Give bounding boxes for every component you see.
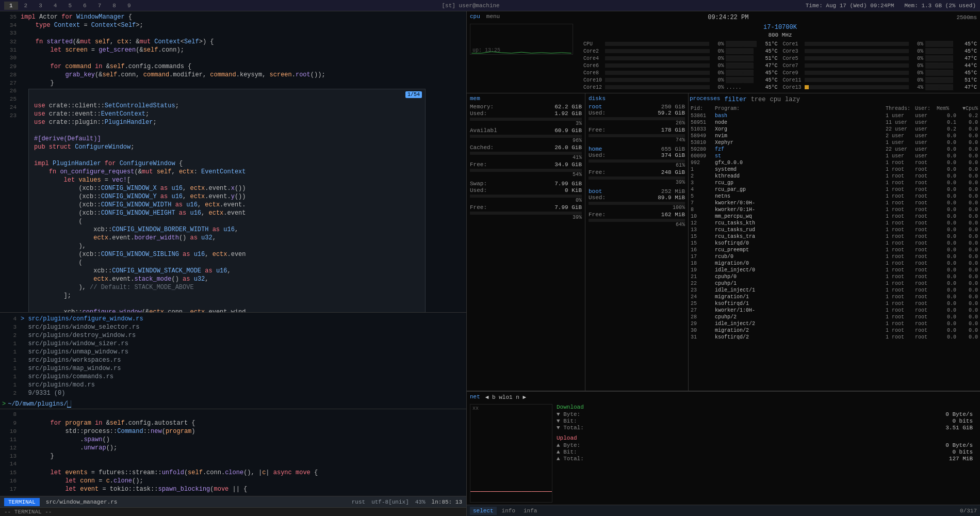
cpu-interval: 2500ms bbox=[956, 14, 977, 21]
proc-row[interactable]: 5 netns 1 root root 0.0 0.0 bbox=[690, 193, 979, 200]
proc-row[interactable]: 21 cpuhp/0 1 root root 0.0 0.0 bbox=[690, 273, 979, 280]
proc-row[interactable]: 25 ksoftirqd/1 1 root root 0.0 0.0 bbox=[690, 300, 979, 307]
proc-filter-tab[interactable]: filter bbox=[724, 96, 746, 103]
tab-4[interactable]: 4 bbox=[48, 2, 62, 10]
proc-row[interactable]: 2 kthreadd 1 root root 0.0 0.0 bbox=[690, 173, 979, 180]
code-line: 15 let events = futures::stream::unfold(… bbox=[0, 469, 466, 477]
core-row-8: Core8 0% ░░░░░░░░░ 45°C bbox=[583, 69, 778, 76]
workspace-tabs[interactable]: 1 2 3 4 5 6 7 8 9 bbox=[4, 2, 136, 10]
proc-row[interactable]: 30 migration/2 1 root root 0.0 0.0 bbox=[690, 327, 979, 334]
proc-row[interactable]: 27 kworker/1:0H- 1 root root 0.0 0.0 bbox=[690, 307, 979, 314]
proc-row[interactable]: 58951 node 11 user user 0.1 0.0 bbox=[690, 119, 979, 126]
mem-bar-swap-free: 39% bbox=[470, 212, 582, 220]
mem-title: mem bbox=[470, 95, 582, 102]
mem-row-avail: Availabl 60.9 GiB bbox=[470, 127, 582, 134]
file-item[interactable]: 4 > src/plugins/configure_window.rs bbox=[0, 315, 466, 323]
file-item[interactable]: 3 src/plugins/window_selector.rs bbox=[0, 323, 466, 331]
code-line: 14 bbox=[0, 461, 466, 469]
popup-content: use crate::client::SetControlledStatus; … bbox=[29, 89, 425, 312]
cpu-section: cpu menu 09:24:22 PM 2500ms up: 13:25 bbox=[467, 11, 980, 93]
system-info: Time: Aug 17 (Wed) 09:24PM Mem: 1.3 GB (… bbox=[806, 3, 976, 9]
proc-row[interactable]: 12 rcu_tasks_kth 1 root root 0.0 0.0 bbox=[690, 220, 979, 227]
proc-row[interactable]: 58949 nvim 2 user user 0.0 0.0 bbox=[690, 133, 979, 139]
core-row-cpu: CPU 0% ░░░░░░░░░░ 51°C bbox=[583, 40, 778, 47]
processes-section: processes filter tree cpu lazy Pid: Prog… bbox=[689, 93, 980, 391]
proc-row[interactable]: 53861 bash 1 user user 0.0 0.2 bbox=[690, 112, 979, 119]
tab-3[interactable]: 3 bbox=[34, 2, 47, 10]
file-item[interactable]: 1 src/plugins/workspaces.rs bbox=[0, 356, 466, 364]
proc-row[interactable]: 15 rcu_tasks_tra 1 root root 0.0 0.0 bbox=[690, 233, 979, 240]
proc-cpu-tab[interactable]: cpu bbox=[770, 96, 781, 103]
bottom-tabs[interactable]: select info infa bbox=[470, 507, 540, 515]
proc-row[interactable]: 28 cpuhp/2 1 root root 0.0 0.0 bbox=[690, 314, 979, 320]
proc-row[interactable]: 31 ksoftirqd/2 1 root root 0.0 0.0 bbox=[690, 334, 979, 341]
upload-label: Upload bbox=[557, 435, 973, 441]
bottom-tab-select[interactable]: select bbox=[470, 507, 497, 515]
tab-6[interactable]: 6 bbox=[78, 2, 92, 10]
net-iface[interactable]: ◀ b wlo1 n ▶ bbox=[485, 394, 526, 402]
file-item[interactable]: 1 src/plugins/mod.rs bbox=[0, 381, 466, 389]
proc-row[interactable]: 59280 fzf 22 user user 0.0 0.0 bbox=[690, 146, 979, 153]
core-row-4: Core4 0% ░░░░░░░░░ 51°C bbox=[583, 55, 778, 62]
graph-time-label: up: 13:25 bbox=[472, 47, 500, 53]
file-item[interactable]: 2 src/plugins/destroy_window.rs bbox=[0, 331, 466, 340]
file-item[interactable]: 1 src/plugins/window_sizer.rs bbox=[0, 340, 466, 348]
code-line: 12 .unwrap(); bbox=[0, 444, 466, 453]
proc-row[interactable]: 10 mm_percpu_wq 1 root root 0.0 0.0 bbox=[690, 213, 979, 220]
net-content: xx Download ▼ Byte: 0 Byte/s ▼ Bit: 0 bi… bbox=[470, 404, 977, 503]
proc-row[interactable]: 7 kworker/0:0H- 1 root root 0.0 0.0 bbox=[690, 200, 979, 206]
menu-tab[interactable]: menu bbox=[486, 13, 500, 20]
cpu-tab[interactable]: cpu bbox=[470, 13, 480, 20]
proc-row[interactable]: 22 cpuhp/1 1 root root 0.0 0.0 bbox=[690, 280, 979, 287]
proc-row[interactable]: 992 gfx_0.0.0 1 root root 0.0 0.0 bbox=[690, 159, 979, 166]
file-item[interactable]: 1 src/plugins/unmap_window.rs bbox=[0, 348, 466, 356]
code-line: 13 } bbox=[0, 453, 466, 461]
proc-row[interactable]: 60099 st 1 user user 0.0 0.0 bbox=[690, 153, 979, 159]
cpu-time: 09:24:22 PM bbox=[708, 14, 748, 21]
time-label: Time: Aug 17 (Wed) 09:24PM bbox=[806, 3, 894, 9]
main-content: 35 impl Actor for WindowManager { 34 typ… bbox=[0, 11, 980, 516]
file-item[interactable]: 1 src/plugins/commands.rs bbox=[0, 373, 466, 381]
bottom-tab-infa[interactable]: infa bbox=[520, 507, 540, 515]
code-line: 11 .spawn() bbox=[0, 436, 466, 444]
code-popup: 1/54 use crate::client::SetControlledSta… bbox=[28, 89, 426, 312]
proc-row[interactable]: 18 migration/0 1 root root 0.0 0.0 bbox=[690, 260, 979, 267]
proc-row[interactable]: 8 kworker/0:1H- 1 root root 0.0 0.0 bbox=[690, 206, 979, 213]
net-ul-byte: ▲ Byte: 0 Byte/s bbox=[557, 442, 973, 448]
process-count: 0/317 bbox=[960, 508, 977, 514]
tab-7[interactable]: 7 bbox=[93, 2, 107, 10]
right-panel: cpu menu 09:24:22 PM 2500ms up: 13:25 bbox=[467, 11, 980, 516]
tab-2[interactable]: 2 bbox=[19, 2, 33, 10]
proc-lazy-tab[interactable]: lazy bbox=[785, 96, 800, 103]
proc-row[interactable]: 53810 Xephyr 1 user user 0.0 0.0 bbox=[690, 139, 979, 146]
proc-row[interactable]: 29 idle_inject/2 1 root root 0.0 0.0 bbox=[690, 320, 979, 327]
tab-5[interactable]: 5 bbox=[63, 2, 77, 10]
tab-8[interactable]: 8 bbox=[107, 2, 121, 10]
bottom-tab-info[interactable]: info bbox=[499, 507, 518, 515]
net-ul-total: ▲ Total: 127 MiB bbox=[557, 456, 973, 462]
net-dl-total: ▼ Total: 3.51 GiB bbox=[557, 425, 973, 431]
proc-row[interactable]: 16 rcu_preempt 1 root root 0.0 0.0 bbox=[690, 247, 979, 253]
net-download-group: Download ▼ Byte: 0 Byte/s ▼ Bit: 0 bits … bbox=[557, 404, 973, 431]
mem-row-memory: Memory: 62.2 GiB bbox=[470, 104, 582, 110]
net-upload-group: Upload ▲ Byte: 0 Byte/s ▲ Bit: 0 bits ▲ … bbox=[557, 435, 973, 462]
proc-row[interactable]: 17 rcub/0 1 root root 0.0 0.0 bbox=[690, 253, 979, 260]
code-line: 9 for program in &self.config.autostart … bbox=[0, 420, 466, 428]
proc-tree-tab[interactable]: tree bbox=[751, 96, 766, 103]
tab-1[interactable]: 1 bbox=[4, 2, 18, 10]
status-percent: 43% bbox=[415, 499, 426, 505]
proc-row[interactable]: 4 rcu_par_gp 1 root root 0.0 0.0 bbox=[690, 186, 979, 193]
tab-9[interactable]: 9 bbox=[122, 2, 136, 10]
proc-row[interactable]: 51033 Xorg 22 user user 0.2 0.0 bbox=[690, 126, 979, 133]
code-line: 34 type Context = Context<Self>; bbox=[0, 22, 466, 30]
proc-row[interactable]: 24 migration/1 1 root root 0.0 0.0 bbox=[690, 294, 979, 300]
cpu-info-grid: up: 13:25 i7-10700K 800 MHz CPU 0% bbox=[470, 24, 977, 91]
cpu-section-header: cpu menu bbox=[470, 13, 500, 20]
file-item[interactable]: 1 src/plugins/map_window.rs bbox=[0, 364, 466, 373]
proc-row[interactable]: 3 rcu_gp 1 root root 0.0 0.0 bbox=[690, 180, 979, 186]
proc-row[interactable]: 1 systemd 1 root root 0.0 0.0 bbox=[690, 166, 979, 173]
proc-row[interactable]: 19 idle_inject/0 1 root root 0.0 0.0 bbox=[690, 267, 979, 273]
proc-row[interactable]: 23 idle_inject/1 1 root root 0.0 0.0 bbox=[690, 287, 979, 294]
proc-row[interactable]: 13 rcu_tasks_rud 1 root root 0.0 0.0 bbox=[690, 227, 979, 233]
proc-row[interactable]: 15 ksoftirqd/0 1 root root 0.0 0.0 bbox=[690, 240, 979, 247]
